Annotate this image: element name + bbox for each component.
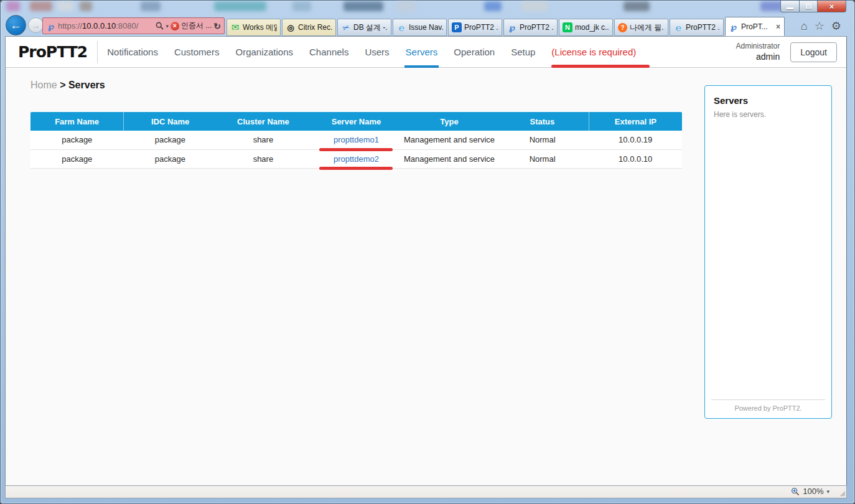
- home-icon[interactable]: ⌂: [801, 21, 808, 32]
- citrix-icon: ◎: [286, 22, 296, 32]
- browser-command-icons: ⌂ ☆ ⚙: [801, 21, 841, 32]
- certificate-error-text[interactable]: 인증서 ...: [181, 21, 212, 31]
- wallpaper-blob: [6, 1, 20, 11]
- logout-button[interactable]: Logout: [790, 42, 837, 62]
- cell-type: Management and service: [403, 149, 496, 168]
- nav-item-notifications[interactable]: Notifications: [107, 47, 158, 57]
- license-warning: (License is required): [551, 47, 636, 57]
- wallpaper-blob: [343, 1, 383, 11]
- url-port-path: :8080/: [116, 21, 138, 30]
- nav-item-operation[interactable]: Operation: [454, 47, 495, 57]
- proptt2-icon: ℘: [507, 22, 517, 32]
- nav-item-servers[interactable]: Servers: [406, 47, 438, 57]
- favorites-star-icon[interactable]: ☆: [815, 21, 825, 32]
- wallpaper-blob: [521, 1, 548, 11]
- tab-mod-jk[interactable]: N mod_jk c...: [559, 19, 613, 36]
- cell-farm: package: [30, 131, 124, 149]
- refresh-icon[interactable]: ↻: [213, 21, 221, 31]
- url-text[interactable]: https://10.0.0.10:8080/: [58, 21, 154, 30]
- cell-server-name: propttdemo1: [310, 131, 403, 149]
- wallpaper-blob: [80, 1, 92, 11]
- forward-button[interactable]: →: [28, 17, 44, 33]
- powered-by: Powered by ProPTT2.: [711, 399, 825, 418]
- url-host: 10.0.0.10: [82, 21, 116, 30]
- address-dropdown-icon[interactable]: ▾: [166, 23, 169, 29]
- nav-item-organizations[interactable]: Organizations: [235, 47, 293, 57]
- nav-items: Notifications Customers Organizations Ch…: [107, 47, 535, 57]
- zoom-level: 100%: [803, 487, 823, 496]
- restore-button[interactable]: [799, 1, 818, 12]
- close-icon: ×: [829, 2, 834, 11]
- tab-bar: ✉ Works 메일 ◎ Citrix Rec... ✂ DB 설계 -... …: [227, 17, 786, 36]
- cell-farm: package: [30, 149, 124, 168]
- table-row: package package share propttdemo1 Manage…: [30, 131, 682, 149]
- tab-label: ProPT...: [741, 22, 773, 31]
- tab-proptt2-p[interactable]: P ProPTT2 ...: [448, 19, 502, 36]
- tab-close-icon[interactable]: ×: [775, 22, 781, 31]
- tab-issue-nav[interactable]: ℮ Issue Nav...: [393, 19, 447, 36]
- tab-naege[interactable]: ? 나에게 필...: [614, 19, 668, 36]
- user-block: Administrator admin: [736, 42, 780, 63]
- nav-item-channels[interactable]: Channels: [309, 47, 348, 57]
- status-bar: 100% ▾ ◢: [5, 485, 847, 498]
- scissors-icon: ✂: [340, 21, 353, 34]
- cell-external-ip: 10.0.0.10: [589, 149, 682, 168]
- zoom-control[interactable]: 100% ▾: [791, 487, 829, 496]
- tab-works-mail[interactable]: ✉ Works 메일: [227, 19, 281, 36]
- resize-grip[interactable]: ◢: [840, 489, 845, 497]
- ie-icon: ℮: [673, 22, 683, 32]
- tab-label: ProPTT2 ...: [520, 23, 554, 32]
- cell-server-name: propttdemo2: [310, 149, 403, 168]
- wallpaper-blob: [30, 1, 52, 11]
- tab-label: ProPTT2 ...: [686, 23, 720, 32]
- zoom-dropdown-icon[interactable]: ▾: [826, 488, 829, 495]
- nav-item-setup[interactable]: Setup: [511, 47, 535, 57]
- cell-type: Management and service: [403, 131, 496, 149]
- naver-icon: N: [563, 22, 572, 32]
- server-link-propttdemo1[interactable]: propttdemo1: [334, 135, 379, 144]
- proptt2-icon: ℘: [729, 22, 739, 32]
- wallpaper-blob: [214, 1, 266, 11]
- table-header-row: Farm Name IDC Name Cluster Name Server N…: [30, 112, 682, 131]
- address-bar[interactable]: ℘ https://10.0.0.10:8080/ ▾ × 인증서 ... ↻: [42, 17, 225, 34]
- minimize-button[interactable]: [780, 1, 799, 12]
- tab-proptt2-active[interactable]: ℘ ProPT... ×: [725, 17, 785, 36]
- col-status: Status: [496, 112, 589, 131]
- browser-window: × ← → ℘ https://10.0.0.10:8080/ ▾ × 인증서 …: [0, 0, 855, 504]
- nav-item-users[interactable]: Users: [365, 47, 389, 57]
- cell-idc: package: [124, 149, 217, 168]
- tab-label: 나에게 필...: [630, 22, 665, 33]
- back-arrow-icon: ←: [10, 19, 22, 32]
- user-role: Administrator: [736, 42, 780, 52]
- col-server-name: Server Name: [310, 112, 403, 131]
- close-button[interactable]: ×: [818, 1, 846, 12]
- table-row: package package share propttdemo2 Manage…: [30, 149, 682, 168]
- wallpaper-blob: [141, 1, 161, 11]
- annotation-underline: [319, 148, 393, 151]
- restore-icon: [806, 4, 811, 9]
- search-icon[interactable]: [156, 22, 164, 30]
- tab-db-design[interactable]: ✂ DB 설계 -...: [337, 19, 391, 36]
- server-link-propttdemo2[interactable]: propttdemo2: [334, 154, 379, 164]
- col-idc-name: IDC Name: [124, 112, 217, 131]
- navbar-right: Administrator admin Logout: [736, 42, 837, 63]
- certificate-error-icon[interactable]: ×: [171, 22, 179, 30]
- cell-status: Normal: [496, 149, 589, 168]
- ie-icon: ℮: [396, 22, 406, 32]
- servers-table: Farm Name IDC Name Cluster Name Server N…: [30, 112, 682, 169]
- proptt2-logo: ProPTT2: [18, 43, 87, 61]
- back-button[interactable]: ←: [6, 15, 26, 35]
- breadcrumb-home-link[interactable]: Home: [30, 80, 57, 90]
- breadcrumb: Home > Servers: [30, 80, 105, 91]
- tab-proptt2[interactable]: ℘ ProPTT2 ...: [503, 19, 558, 36]
- tab-proptt2-ie[interactable]: ℮ ProPTT2 ...: [670, 19, 724, 36]
- gear-icon[interactable]: ⚙: [831, 21, 841, 32]
- question-icon: ?: [618, 23, 627, 32]
- cell-status: Normal: [496, 131, 589, 149]
- tab-label: Works 메일: [243, 22, 277, 33]
- tab-citrix[interactable]: ◎ Citrix Rec...: [282, 19, 336, 36]
- letter-p-icon: P: [452, 22, 462, 32]
- window-controls: ×: [780, 1, 846, 12]
- help-panel-description: Here is servers.: [714, 110, 823, 119]
- nav-item-customers[interactable]: Customers: [174, 47, 220, 57]
